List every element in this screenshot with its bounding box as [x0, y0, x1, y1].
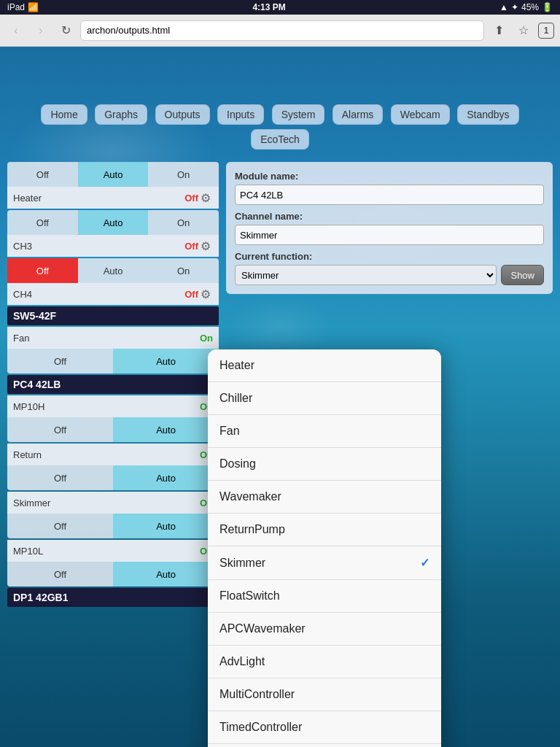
dropdown-item-fan-label: Fan — [219, 425, 240, 438]
mp10l-auto-btn[interactable]: Auto — [113, 562, 219, 587]
mp10h-auto-btn[interactable]: Auto — [113, 417, 219, 442]
dropdown-item-floatswitch[interactable]: FloatSwitch — [208, 580, 441, 613]
ch3-auto-btn[interactable]: Auto — [78, 210, 149, 235]
ch3-status: Off — [184, 241, 198, 252]
fan-status: On — [200, 333, 213, 344]
dropdown-item-dosing[interactable]: Dosing — [208, 448, 441, 481]
nav-area: Home Graphs Outputs Inputs System Alarms… — [0, 97, 560, 158]
fan-name: Fan — [13, 333, 200, 344]
mp10h-name: MP10H — [13, 401, 200, 412]
back-button[interactable]: ‹ — [6, 20, 26, 41]
skimmer-name: Skimmer — [13, 498, 200, 508]
heater-off-btn[interactable]: Off — [7, 162, 78, 187]
dropdown-item-wavemaker-label: Wavemaker — [219, 490, 281, 503]
dropdown-item-mlc[interactable]: MLC — [208, 744, 441, 747]
dropdown-item-advlight-label: AdvLight — [219, 655, 265, 668]
dropdown-item-timedcontroller[interactable]: TimedController — [208, 711, 441, 744]
mp10l-info-row: MP10L On — [7, 540, 219, 562]
channel-label: Channel name: — [235, 211, 544, 222]
function-row: Skimmer Show — [235, 265, 544, 285]
dropdown-item-returnpump[interactable]: ReturnPump — [208, 514, 441, 546]
address-bar[interactable] — [80, 20, 484, 41]
dropdown-item-apcwavemaker-label: APCWavemaker — [219, 622, 306, 635]
nav-inputs[interactable]: Inputs — [217, 104, 264, 125]
function-dropdown[interactable]: Heater Chiller Fan Dosing Wavemaker Retu… — [208, 349, 441, 747]
fan-channel-row: Fan On Off Auto — [7, 327, 219, 374]
dropdown-item-fan[interactable]: Fan — [208, 415, 441, 448]
ch4-gear-icon[interactable]: ⚙ — [198, 287, 213, 301]
module-input[interactable] — [235, 185, 544, 205]
fan-off-btn[interactable]: Off — [7, 349, 113, 374]
bluetooth-icon: ✦ — [511, 2, 518, 12]
main-content: ARCHON📶 Home Graphs Outputs Inputs Syste… — [0, 47, 560, 747]
bookmark-button[interactable]: ☆ — [513, 20, 534, 41]
ch3-control-row: Off Auto On — [7, 210, 219, 235]
nav-outputs[interactable]: Outputs — [155, 104, 210, 125]
fan-auto-btn[interactable]: Auto — [113, 349, 219, 374]
dropdown-item-chiller[interactable]: Chiller — [208, 382, 441, 415]
function-select[interactable]: Skimmer — [235, 265, 497, 285]
mp10h-info-row: MP10H On — [7, 395, 219, 417]
dropdown-item-multicontroller[interactable]: MultiController — [208, 678, 441, 711]
heater-channel-row: Off Auto On Heater Off ⚙ — [7, 162, 219, 209]
pc4-42lb-header: PC4 42LB — [7, 375, 219, 394]
channel-input[interactable] — [235, 225, 544, 245]
return-info-row: Return On — [7, 444, 219, 465]
module-label: Module name: — [235, 171, 544, 182]
mp10l-off-btn[interactable]: Off — [7, 562, 113, 587]
nav-alarms[interactable]: Alarms — [332, 104, 384, 125]
heater-on-btn[interactable]: On — [148, 162, 219, 187]
dropdown-item-wavemaker[interactable]: Wavemaker — [208, 481, 441, 514]
ch4-on-btn[interactable]: On — [148, 258, 219, 283]
battery-icon: 🔋 — [542, 2, 553, 12]
dropdown-item-apcwavemaker[interactable]: APCWavemaker — [208, 613, 441, 646]
status-bar: iPad 📶 4:13 PM ▲ ✦ 45% 🔋 — [0, 0, 560, 15]
ch4-channel-row: Off Auto On CH4 Off ⚙ — [7, 258, 219, 305]
wifi-icon: 📶 — [28, 2, 39, 12]
dropdown-item-skimmer[interactable]: Skimmer ✓ — [208, 546, 441, 580]
reload-button[interactable]: ↻ — [55, 20, 76, 41]
skimmer-auto-btn[interactable]: Auto — [113, 514, 219, 538]
dropdown-item-dosing-label: Dosing — [219, 457, 256, 471]
ch4-off-btn[interactable]: Off — [7, 258, 78, 283]
mp10h-off-btn[interactable]: Off — [7, 417, 113, 442]
ch4-auto-btn[interactable]: Auto — [78, 258, 149, 283]
dropdown-item-timedcontroller-label: TimedController — [219, 721, 302, 734]
nav-ecotech[interactable]: EcoTech — [251, 129, 309, 150]
heater-info-row: Heater Off ⚙ — [7, 187, 219, 209]
ch3-on-btn[interactable]: On — [148, 210, 219, 235]
return-off-btn[interactable]: Off — [7, 465, 113, 490]
battery-label: 45% — [521, 2, 539, 12]
status-right: ▲ ✦ 45% 🔋 — [499, 2, 553, 12]
skimmer-channel-row: Skimmer On Off Auto — [7, 492, 219, 538]
ch4-info-row: CH4 Off ⚙ — [7, 283, 219, 305]
nav-webcam[interactable]: Webcam — [391, 104, 450, 125]
dropdown-item-heater[interactable]: Heater — [208, 349, 441, 382]
show-button[interactable]: Show — [501, 265, 544, 285]
dp1-42gb1-header: DP1 42GB1 — [7, 588, 219, 607]
ch4-name: CH4 — [13, 289, 184, 300]
mp10l-channel-row: MP10L On Off Auto — [7, 540, 219, 587]
heater-name: Heater — [13, 193, 184, 204]
nav-standbys[interactable]: Standbys — [457, 104, 518, 125]
nav-home[interactable]: Home — [41, 104, 87, 125]
return-auto-btn[interactable]: Auto — [113, 465, 219, 490]
status-left: iPad 📶 — [7, 2, 39, 12]
tab-count[interactable]: 1 — [538, 23, 554, 39]
dropdown-item-advlight[interactable]: AdvLight — [208, 646, 441, 678]
ch3-channel-row: Off Auto On CH3 Off ⚙ — [7, 210, 219, 257]
heater-gear-icon[interactable]: ⚙ — [198, 190, 213, 205]
forward-button[interactable]: › — [31, 20, 51, 41]
skimmer-off-btn[interactable]: Off — [7, 514, 113, 538]
share-button[interactable]: ⬆ — [489, 20, 509, 41]
heater-control-row: Off Auto On — [7, 162, 219, 187]
nav-system[interactable]: System — [272, 104, 325, 125]
ch3-gear-icon[interactable]: ⚙ — [198, 239, 213, 253]
skimmer-info-row: Skimmer On — [7, 492, 219, 514]
mp10l-name: MP10L — [13, 546, 200, 557]
ch3-off-btn[interactable]: Off — [7, 210, 78, 235]
heater-auto-btn[interactable]: Auto — [78, 162, 149, 187]
heater-status: Off — [184, 193, 198, 204]
mp10h-channel-row: MP10H On Off Auto — [7, 395, 219, 442]
nav-graphs[interactable]: Graphs — [95, 104, 147, 125]
